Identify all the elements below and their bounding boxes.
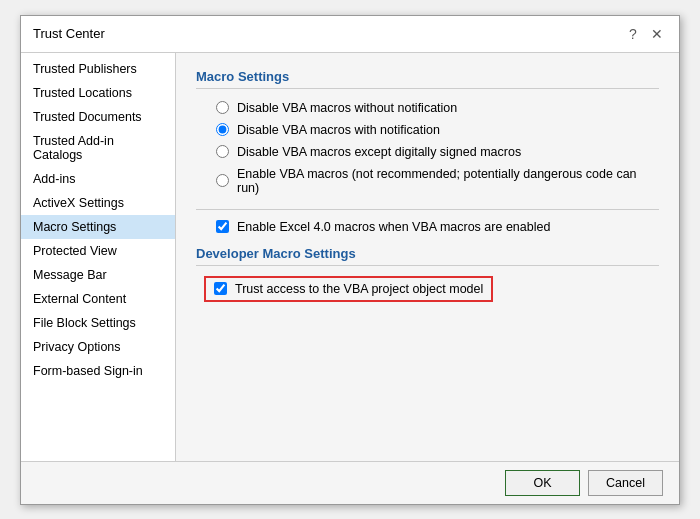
macro-radio-group: Disable VBA macros without notificationD…	[216, 101, 659, 195]
excel-macro-checkbox[interactable]	[216, 220, 229, 233]
sidebar-item-external-content[interactable]: External Content	[21, 287, 175, 311]
dialog-title: Trust Center	[33, 26, 105, 41]
radio-item-r3: Disable VBA macros except digitally sign…	[216, 145, 659, 159]
sidebar-item-add-ins[interactable]: Add-ins	[21, 167, 175, 191]
excel-macro-label: Enable Excel 4.0 macros when VBA macros …	[237, 220, 550, 234]
sidebar-item-message-bar[interactable]: Message Bar	[21, 263, 175, 287]
dev-checkbox[interactable]	[214, 282, 227, 295]
main-content: Macro Settings Disable VBA macros withou…	[176, 53, 679, 461]
sidebar-item-trusted-addin[interactable]: Trusted Add-in Catalogs	[21, 129, 175, 167]
radio-item-r1: Disable VBA macros without notification	[216, 101, 659, 115]
ok-button[interactable]: OK	[505, 470, 580, 496]
title-bar: Trust Center ? ✕	[21, 16, 679, 53]
radio-label-r4: Enable VBA macros (not recommended; pote…	[237, 167, 659, 195]
sidebar-item-trusted-publishers[interactable]: Trusted Publishers	[21, 57, 175, 81]
dialog-footer: OK Cancel	[21, 461, 679, 504]
cancel-button[interactable]: Cancel	[588, 470, 663, 496]
dev-section-title: Developer Macro Settings	[196, 246, 659, 266]
sidebar: Trusted PublishersTrusted LocationsTrust…	[21, 53, 176, 461]
sidebar-item-macro-settings[interactable]: Macro Settings	[21, 215, 175, 239]
close-button[interactable]: ✕	[647, 24, 667, 44]
radio-r3[interactable]	[216, 145, 229, 158]
separator	[196, 209, 659, 210]
radio-r1[interactable]	[216, 101, 229, 114]
sidebar-item-privacy-options[interactable]: Privacy Options	[21, 335, 175, 359]
radio-label-r3: Disable VBA macros except digitally sign…	[237, 145, 521, 159]
dev-checkbox-row: Trust access to the VBA project object m…	[204, 276, 493, 302]
title-controls: ? ✕	[623, 24, 667, 44]
sidebar-item-trusted-documents[interactable]: Trusted Documents	[21, 105, 175, 129]
title-bar-left: Trust Center	[33, 26, 105, 41]
radio-item-r2: Disable VBA macros with notification	[216, 123, 659, 137]
trust-center-dialog: Trust Center ? ✕ Trusted PublishersTrust…	[20, 15, 680, 505]
radio-item-r4: Enable VBA macros (not recommended; pote…	[216, 167, 659, 195]
excel-macro-checkbox-row: Enable Excel 4.0 macros when VBA macros …	[216, 220, 659, 234]
radio-label-r1: Disable VBA macros without notification	[237, 101, 457, 115]
sidebar-item-file-block[interactable]: File Block Settings	[21, 311, 175, 335]
help-button[interactable]: ?	[623, 24, 643, 44]
macro-settings-title: Macro Settings	[196, 69, 659, 89]
radio-label-r2: Disable VBA macros with notification	[237, 123, 440, 137]
dialog-body: Trusted PublishersTrusted LocationsTrust…	[21, 53, 679, 461]
dev-checkbox-label: Trust access to the VBA project object m…	[235, 282, 483, 296]
radio-r2[interactable]	[216, 123, 229, 136]
sidebar-item-form-signin[interactable]: Form-based Sign-in	[21, 359, 175, 383]
sidebar-item-activex-settings[interactable]: ActiveX Settings	[21, 191, 175, 215]
sidebar-item-trusted-locations[interactable]: Trusted Locations	[21, 81, 175, 105]
radio-r4[interactable]	[216, 174, 229, 187]
sidebar-item-protected-view[interactable]: Protected View	[21, 239, 175, 263]
